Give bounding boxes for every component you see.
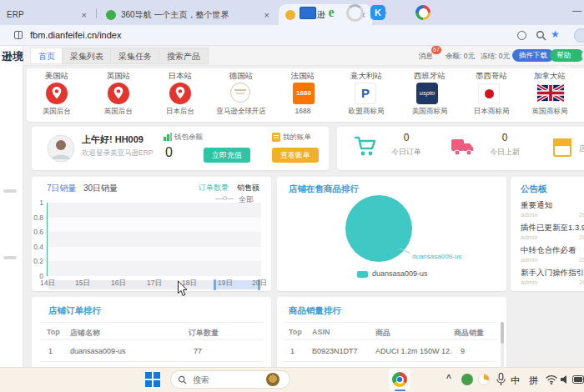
marketplace-label[interactable]: 英国商标局 xyxy=(528,107,571,117)
legend-orders[interactable]: 订单数量 xyxy=(199,183,229,193)
help-center-button[interactable]: 帮助中心 xyxy=(550,49,584,62)
tray-battery-icon[interactable] xyxy=(572,375,584,384)
chrome-active-indicator xyxy=(395,389,405,391)
pie-legend-label[interactable]: duansasa009-us xyxy=(372,269,428,278)
nav-tab-collect-list[interactable]: 采集列表 xyxy=(62,48,112,64)
browser-tab-360[interactable]: 360导航 一个主页，整个世界 × xyxy=(99,4,276,25)
browser-address-bar: fbm.dianfeifei.cn/index ★ xyxy=(0,25,584,46)
euipo-logo-icon[interactable]: P xyxy=(355,83,376,104)
uspto-logo-icon[interactable]: uspto xyxy=(416,83,438,104)
board-item-author: admin xyxy=(521,256,537,264)
marketplace-label[interactable]: 日本后台 xyxy=(159,107,202,117)
start-button[interactable] xyxy=(143,370,162,389)
marketplace-label[interactable]: 美国商标局 xyxy=(406,107,453,117)
amazon-global-icon[interactable] xyxy=(230,83,250,103)
tray-ime-zh[interactable]: 中 xyxy=(511,374,520,387)
uk-flag-icon[interactable] xyxy=(537,84,564,102)
col-header[interactable]: Top xyxy=(289,328,302,336)
sales-tab-7d[interactable]: 7日销量 xyxy=(47,183,77,194)
bill-icon xyxy=(272,133,280,142)
password-key-icon[interactable] xyxy=(517,31,526,40)
board-item-title[interactable]: 新手入门操作指引 xyxy=(521,268,584,279)
taskbar-app-explorer-icon[interactable] xyxy=(299,3,317,22)
col-header[interactable]: 店铺名称 xyxy=(70,328,100,339)
browser-tab-erp[interactable]: ERP × xyxy=(0,4,93,25)
y-tick: 0.4 xyxy=(27,243,43,251)
pie-chart[interactable] xyxy=(345,195,412,262)
marketplace-label[interactable]: 美国后台 xyxy=(35,107,78,117)
col-header[interactable]: 商品 xyxy=(375,328,390,339)
marketplace-label[interactable]: 亚马逊全球开店 xyxy=(210,107,272,117)
tray-sync-icon[interactable] xyxy=(478,374,490,385)
plugin-download-button[interactable]: 插件下载 xyxy=(512,49,554,62)
taskbar-app-e-browser-icon[interactable]: e xyxy=(322,3,340,22)
us-backend-pin-icon[interactable] xyxy=(46,83,68,104)
marketplace-label[interactable]: 欧盟商标局 xyxy=(343,107,390,117)
taskbar-app-chrome-active[interactable] xyxy=(389,369,410,390)
close-icon[interactable]: × xyxy=(75,10,87,20)
cart-icon xyxy=(354,136,377,158)
x-tick: 20日 xyxy=(249,279,270,289)
url-text[interactable]: fbm.dianfeifei.cn/index xyxy=(30,30,121,40)
tray-ime-pinyin[interactable]: 拼 xyxy=(529,374,538,387)
sidebar-menu-stub-icon[interactable] xyxy=(3,256,17,259)
board-item-title[interactable]: 插件已更新至1.3.9版本 xyxy=(521,223,584,234)
search-input[interactable] xyxy=(191,374,266,385)
nav-tab-home[interactable]: 首页 xyxy=(30,48,63,64)
taskbar-app-k-icon[interactable]: K xyxy=(369,3,387,22)
table-row[interactable]: 1 B0923N1DT7 ADUCI 1.2m 150W 12... 9 xyxy=(284,340,497,362)
sales-tab-30d[interactable]: 30日销量 xyxy=(83,183,118,194)
table-scrollbar[interactable] xyxy=(501,322,504,374)
nav-tab-search-product[interactable]: 搜索产品 xyxy=(159,48,209,64)
pie-slice-label: duansasa009-us xyxy=(412,253,461,260)
window-minimize-button[interactable]: — xyxy=(572,5,581,15)
board-item-title[interactable]: 中转仓合作必看 xyxy=(521,245,576,256)
search-icon[interactable] xyxy=(536,30,546,41)
jp-backend-pin-icon[interactable] xyxy=(169,83,191,104)
shop-products-title: 店铺在售商品排行 xyxy=(289,183,359,195)
close-icon[interactable]: × xyxy=(258,10,269,20)
col-header[interactable]: 商品销量 xyxy=(454,328,484,339)
tab-divider xyxy=(96,8,97,18)
marketplace-header: 意大利站 xyxy=(343,71,390,82)
board-item-title[interactable]: 重要通知 xyxy=(521,200,552,211)
marketplace-label[interactable]: 1688 xyxy=(281,107,325,115)
tray-360-icon[interactable] xyxy=(461,374,473,385)
taskbar-app-swirl-icon[interactable] xyxy=(345,3,364,22)
tray-volume-icon[interactable] xyxy=(560,374,570,384)
product-rank-title: 商品销量排行 xyxy=(289,305,341,317)
tray-wifi-icon[interactable] xyxy=(546,374,557,384)
taskbar-search-box[interactable] xyxy=(170,370,290,389)
board-item-date: 2022 xyxy=(579,256,584,264)
pie-legend-swatch[interactable] xyxy=(357,271,368,278)
legend-sales[interactable]: 销售额 xyxy=(237,183,259,193)
user-avatar[interactable] xyxy=(47,134,75,163)
col-header[interactable]: Top xyxy=(47,328,60,336)
col-header[interactable]: 订单数量 xyxy=(189,328,219,339)
360-favicon-icon xyxy=(106,10,116,20)
tray-mic-icon[interactable] xyxy=(496,373,506,386)
search-highlight-avatar[interactable] xyxy=(266,373,279,386)
uk-backend-pin-icon[interactable] xyxy=(108,83,129,104)
japan-flag-icon[interactable] xyxy=(478,83,500,103)
sidebar-menu-stub-icon[interactable] xyxy=(3,189,17,193)
board-item-date: 2022 xyxy=(579,279,584,286)
col-header[interactable]: ASIN xyxy=(312,328,330,336)
recharge-button[interactable]: 立即充值 xyxy=(204,148,250,163)
taskbar-app-colorful-icon[interactable] xyxy=(414,3,432,22)
site-info-icon[interactable] xyxy=(14,31,23,39)
view-bill-button[interactable]: 查看账单 xyxy=(272,148,319,163)
table-row[interactable]: 1 duansasa009-us 77 xyxy=(40,340,263,362)
marketplace-label[interactable]: 日本商标局 xyxy=(468,107,515,117)
messages-link[interactable]: 消息 xyxy=(419,52,433,62)
marketplace-label[interactable]: 英国后台 xyxy=(97,107,140,117)
bookmark-star-icon[interactable]: ★ xyxy=(551,28,560,40)
frozen-label: 冻结: 0元 xyxy=(481,52,510,62)
tray-chevron-up-icon[interactable]: ^ xyxy=(446,374,451,383)
nav-tab-collect-task[interactable]: 采集任务 xyxy=(110,48,160,64)
tab-label: ERP xyxy=(7,10,24,19)
search-icon xyxy=(178,375,187,384)
mouse-cursor xyxy=(177,280,189,297)
1688-icon[interactable]: 1688 xyxy=(293,83,315,104)
profile-avatar[interactable] xyxy=(574,28,584,43)
